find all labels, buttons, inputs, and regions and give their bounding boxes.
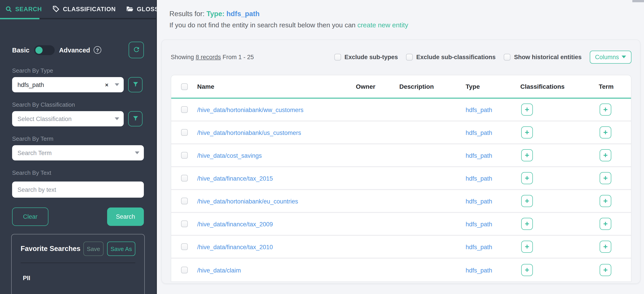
row-checkbox[interactable] [181,220,188,227]
save-as-button[interactable]: Save As [107,242,135,256]
add-classification-button[interactable]: + [521,126,533,138]
type-filter-button[interactable] [128,77,142,92]
add-classification-button[interactable]: + [521,241,533,253]
exclude-subclassifications-label: Exclude sub-classifications [416,54,496,60]
table-body: /hive_data/hortoniabank/ww_customers hdf… [171,98,631,282]
select-all-checkbox[interactable] [181,83,188,90]
columns-button[interactable]: Columns [590,50,632,64]
mode-toggle-row: Basic Advanced ? [12,42,144,58]
classification-filter-button[interactable] [128,111,142,126]
entity-type-link[interactable]: hdfs_path [466,175,492,182]
columns-button-label: Columns [595,54,619,60]
entity-name-link[interactable]: /hive_data/cost_savings [197,152,262,159]
search-by-classification-label: Search By Classification [12,101,144,108]
add-classification-button[interactable]: + [521,264,533,276]
entity-name-link[interactable]: /hive_data/finance/tax_2009 [197,221,273,228]
term-select[interactable]: Search Term [12,145,144,160]
search-text-input[interactable] [12,182,144,198]
add-term-button[interactable]: + [600,195,611,207]
show-historical-checkbox[interactable] [504,54,510,60]
entity-name-link[interactable]: /hive_data/finance/tax_2010 [197,244,273,250]
save-button[interactable]: Save [83,242,104,256]
add-term-button[interactable]: + [600,126,611,138]
table-row: /hive_data/finance/tax_2015 hdfs_path + … [171,167,631,190]
column-header-type: Type [466,83,520,90]
entity-type-link[interactable]: hdfs_path [466,198,492,204]
show-historical-option[interactable]: Show historical entities [504,54,582,60]
create-new-entity-link[interactable]: create new entity [358,21,408,29]
table-row: /hive_data/claim hdfs_path + + [171,258,631,282]
results-toolbar: Showing 8 records From 1 - 25 Exclude su… [171,51,632,63]
table-row: /hive_data/cost_savings hdfs_path + + [171,144,631,167]
search-by-text-label: Search By Text [12,170,144,176]
chevron-down-icon [622,56,626,58]
divider [20,263,135,263]
entity-name-link[interactable]: /hive_data/hortoniabank/eu_countries [197,198,298,204]
add-classification-button[interactable]: + [521,104,533,116]
exclude-subtypes-label: Exclude sub-types [344,54,398,60]
exclude-subtypes-option[interactable]: Exclude sub-types [334,54,398,60]
refresh-icon [132,46,140,54]
column-header-term: Term [599,83,631,90]
hint-text: If you do not find the entity in search … [170,21,356,29]
add-term-button[interactable]: + [600,104,611,116]
search-icon [6,6,12,12]
records-count-link[interactable]: 8 records [196,54,221,60]
entity-name-link[interactable]: /hive_data/hortoniabank/us_customers [197,129,301,136]
tab-classification[interactable]: CLASSIFICATION [47,0,121,18]
tab-search-label: SEARCH [15,6,42,12]
add-term-button[interactable]: + [600,218,611,230]
entity-type-link[interactable]: hdfs_path [466,267,492,274]
tab-search[interactable]: SEARCH [0,0,47,18]
entity-name-link[interactable]: /hive_data/claim [197,267,241,274]
tag-icon [53,6,60,12]
entity-type-link[interactable]: hdfs_path [466,152,492,159]
add-classification-button[interactable]: + [521,218,533,230]
row-checkbox[interactable] [181,198,188,204]
row-checkbox[interactable] [181,267,188,274]
add-classification-button[interactable]: + [521,195,533,207]
term-select-value: Search Term [18,150,133,156]
add-term-button[interactable]: + [600,172,611,184]
help-icon[interactable]: ? [94,46,101,54]
clear-type-icon[interactable]: × [105,81,108,88]
filter-icon [132,115,138,122]
results-table: Name Owner Description Type Classificati… [171,75,632,282]
row-checkbox[interactable] [181,106,188,113]
exclude-subclassifications-checkbox[interactable] [406,54,413,60]
entity-type-link[interactable]: hdfs_path [466,244,492,250]
add-classification-button[interactable]: + [521,149,533,161]
exclude-subtypes-checkbox[interactable] [334,54,341,60]
show-historical-label: Show historical entities [514,54,582,60]
chevron-down-icon [135,152,140,154]
clear-button[interactable]: Clear [12,208,48,226]
entity-type-link[interactable]: hdfs_path [466,129,492,136]
table-row: /hive_data/finance/tax_2009 hdfs_path + … [171,213,631,236]
classification-select[interactable]: Select Classification [12,111,124,126]
add-term-button[interactable]: + [600,241,611,253]
type-select-value: hdfs_path [18,81,105,88]
showing-prefix: Showing [171,54,194,60]
scrollbar-thumb[interactable] [632,0,644,2]
entity-type-link[interactable]: hdfs_path [466,221,492,228]
row-checkbox[interactable] [181,175,188,182]
basic-advanced-toggle[interactable] [34,45,54,55]
add-classification-button[interactable]: + [521,172,533,184]
exclude-subclassifications-option[interactable]: Exclude sub-classifications [406,54,496,60]
entity-type-link[interactable]: hdfs_path [466,106,492,113]
refresh-button[interactable] [128,42,144,58]
sidebar-tabbar: SEARCH CLASSIFICATION GLOSSARY [0,0,156,19]
add-term-button[interactable]: + [600,149,611,161]
results-type-label: Type: [206,10,224,18]
search-button[interactable]: Search [107,208,144,226]
row-checkbox[interactable] [181,243,188,250]
type-select[interactable]: hdfs_path × [12,77,124,92]
row-checkbox[interactable] [181,129,188,136]
search-by-term-label: Search By Term [12,135,144,142]
entity-name-link[interactable]: /hive_data/finance/tax_2015 [197,175,273,182]
favorite-search-item[interactable]: PII [20,275,135,282]
chevron-down-icon [115,118,119,120]
add-term-button[interactable]: + [600,264,611,276]
entity-name-link[interactable]: /hive_data/hortoniabank/ww_customers [197,106,304,113]
row-checkbox[interactable] [181,152,188,159]
